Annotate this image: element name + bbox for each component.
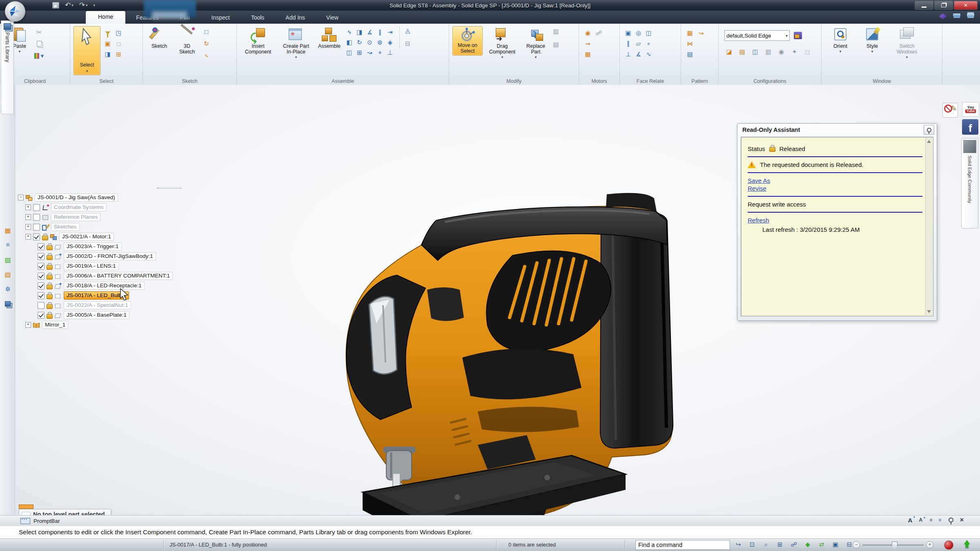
expand-icon[interactable]: +	[25, 214, 31, 220]
tree-label[interactable]: JS-0021/A - Motor:1	[59, 233, 114, 241]
rotate-view-icon[interactable]	[817, 540, 826, 549]
planar-align-relation-icon[interactable]	[385, 28, 395, 37]
axial-align-relation-icon[interactable]	[345, 38, 354, 47]
copy-configuration-icon[interactable]	[751, 47, 760, 56]
parallel-face-icon[interactable]	[624, 39, 633, 48]
shaded-view-icon[interactable]	[803, 540, 813, 549]
planar-face-icon[interactable]	[624, 29, 633, 38]
facebook-icon[interactable]: f	[962, 119, 978, 135]
tree-label[interactable]: JS-0002/D - FRONT-JigSawBody:1	[64, 252, 156, 260]
pattern-icon[interactable]	[685, 29, 695, 38]
minimize-button[interactable]	[915, 1, 933, 10]
copy-button[interactable]	[34, 39, 44, 48]
display-configurations-icon[interactable]	[737, 47, 747, 56]
zoom-slider-thumb[interactable]	[892, 542, 898, 549]
find-command-input[interactable]	[635, 540, 730, 550]
tangent-face-icon[interactable]	[644, 50, 653, 59]
switch-windows-button[interactable]: Switch Windows▾	[893, 26, 921, 60]
replace-part-button[interactable]: Replace Part▾	[522, 26, 550, 60]
tab-home[interactable]: Home	[86, 11, 125, 24]
minimize-ribbon-icon[interactable]	[953, 13, 960, 17]
drag-component-button[interactable]: Drag Component▾	[484, 26, 520, 60]
edit-sketch-icon[interactable]: ✎	[202, 51, 211, 60]
rotate-sketch-icon[interactable]	[202, 39, 211, 48]
tab-inspect[interactable]: Inspect	[201, 12, 241, 24]
visibility-checkbox[interactable]	[38, 263, 45, 270]
select-filter-icon[interactable]	[103, 29, 112, 38]
visibility-checkbox[interactable]	[38, 243, 45, 250]
alternate-assemblies-icon[interactable]	[5, 301, 11, 307]
tree-label[interactable]: JS-0006/A - BATTERY COMPARTMENT:1	[64, 272, 173, 280]
style-button[interactable]: Style▾	[859, 26, 885, 55]
visibility-checkbox[interactable]	[33, 233, 40, 240]
tab-addins[interactable]: Add Ins	[275, 12, 315, 24]
visibility-checkbox[interactable]	[38, 253, 45, 260]
pathfinder-pane-icon[interactable]: ▦	[3, 225, 13, 235]
previous-view-icon[interactable]	[733, 540, 743, 549]
motor-group-icon[interactable]	[583, 50, 592, 59]
insert-relation-icon[interactable]	[355, 48, 364, 57]
visibility-checkbox[interactable]	[33, 204, 40, 211]
mirror-components-icon[interactable]	[685, 39, 695, 48]
scroll-up-icon[interactable]	[927, 140, 931, 143]
linear-motor-icon[interactable]	[583, 39, 592, 48]
refresh-link[interactable]: Refresh	[748, 217, 769, 224]
tree-label[interactable]: JS-0001/D - Jig Saw(As Saved)	[35, 193, 118, 202]
select-button[interactable]: Select▾	[74, 26, 100, 75]
theme-icon[interactable]	[939, 13, 947, 19]
library-pane-icon[interactable]: ▨	[3, 269, 13, 279]
tab-tools[interactable]: Tools	[241, 12, 275, 24]
angle-relation-icon[interactable]	[365, 28, 374, 37]
select-zone-icon[interactable]	[803, 47, 812, 56]
cut-button[interactable]	[34, 28, 44, 37]
move-on-select-button[interactable]: Move on Select	[452, 26, 483, 56]
tree-row-sketches[interactable]: + Sketches	[25, 222, 210, 232]
coplanar-face-icon[interactable]	[634, 39, 643, 48]
parallel-relation-icon[interactable]	[375, 28, 385, 37]
match-coordinate-systems-icon[interactable]	[375, 48, 385, 57]
close-button[interactable]: ✕	[954, 1, 978, 10]
ground-relation-icon[interactable]	[385, 48, 395, 57]
disperse-icon[interactable]	[551, 40, 561, 49]
read-only-edit-icon[interactable]	[942, 103, 958, 118]
pin-button[interactable]	[924, 125, 934, 135]
camera-icon[interactable]	[777, 47, 786, 56]
insert-component-button[interactable]: Insert Component	[240, 26, 276, 56]
ribbon-display-options-icon[interactable]	[967, 13, 974, 17]
expand-icon[interactable]: +	[25, 224, 31, 230]
tree-label[interactable]: JS-0019/A - LENS:1	[64, 262, 119, 270]
tree-row-reference-planes[interactable]: + Reference Planes	[25, 212, 210, 222]
apply-configuration-icon[interactable]	[764, 47, 773, 56]
assemble-button[interactable]: Assemble	[316, 26, 343, 50]
center-plane-relation-icon[interactable]	[385, 38, 395, 47]
expand-icon[interactable]: +	[25, 322, 31, 328]
expand-icon[interactable]: +	[25, 204, 31, 210]
tree-label[interactable]: JS-0022/A - SpecialNut:1	[64, 301, 131, 309]
capstone-relation-icon[interactable]	[403, 26, 412, 35]
rigid-set-icon[interactable]	[403, 39, 412, 48]
collapse-promptbar-icon[interactable]: »	[927, 518, 934, 522]
path-relation-icon[interactable]	[365, 48, 374, 57]
record-indicator[interactable]	[944, 540, 953, 550]
tree-label[interactable]: Reference Planes	[51, 213, 100, 221]
select-box-icon[interactable]	[114, 39, 123, 48]
sketch-view-icon[interactable]	[202, 27, 211, 36]
tangent-relation-icon[interactable]	[365, 38, 374, 47]
rotate-relation-icon[interactable]	[355, 38, 364, 47]
select-body-icon[interactable]	[114, 50, 123, 59]
flashfit-relation-icon[interactable]	[345, 28, 354, 37]
tree-row-specialnut[interactable]: JS-0022/A - SpecialNut:1	[38, 300, 210, 310]
zoom-slider[interactable]: − +	[853, 541, 933, 549]
connect-relation-icon[interactable]	[345, 48, 354, 57]
tree-label[interactable]: JS-0018/A - LED-Receptacle:1	[64, 282, 145, 290]
tree-label[interactable]: JS-0023/A - Trigger:1	[64, 242, 122, 251]
pattern-along-curve-icon[interactable]	[696, 29, 706, 38]
duplicate-icon[interactable]	[685, 50, 695, 59]
tree-row-motor[interactable]: + JS-0021/A - Motor:1	[25, 232, 210, 242]
close-promptbar-icon[interactable]: ×	[960, 516, 964, 524]
perpendicular-face-icon[interactable]	[624, 50, 633, 59]
zoom-icon[interactable]	[761, 540, 771, 549]
parts-library-tab[interactable]: Parts Library	[1, 20, 14, 114]
tree-row-coordinate-systems[interactable]: + Coordinate Systems	[25, 202, 210, 212]
zoom-out-button[interactable]: −	[853, 541, 860, 549]
